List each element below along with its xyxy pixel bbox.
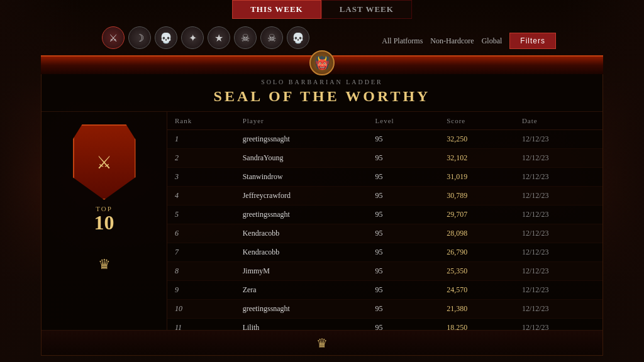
cell-score: 31,019 bbox=[439, 168, 514, 187]
cell-player: JimmyM bbox=[235, 262, 368, 281]
table-row[interactable]: 8 JimmyM 95 25,350 12/12/23 bbox=[167, 262, 602, 281]
leaderboard-table-area[interactable]: Rank Player Level Score Date 1 greetings… bbox=[167, 112, 602, 330]
cell-level: 95 bbox=[368, 206, 440, 224]
cell-date: 12/12/23 bbox=[514, 224, 602, 243]
cell-player: Kendracobb bbox=[235, 243, 368, 262]
cell-date: 12/12/23 bbox=[514, 262, 602, 281]
cell-date: 12/12/23 bbox=[514, 243, 602, 262]
table-row[interactable]: 2 SandraYoung 95 32,102 12/12/23 bbox=[167, 149, 602, 168]
cell-date: 12/12/23 bbox=[514, 206, 602, 224]
cell-player: Stanwindrow bbox=[235, 168, 368, 187]
cell-player: greetingssnaght bbox=[235, 300, 368, 319]
mode-filter-label[interactable]: Non-Hardcore bbox=[430, 36, 474, 46]
table-row[interactable]: 9 Zera 95 24,570 12/12/23 bbox=[167, 281, 602, 300]
cell-level: 95 bbox=[368, 224, 440, 243]
cell-rank: 7 bbox=[167, 243, 235, 262]
bottom-crown-icon: ♛ bbox=[316, 336, 328, 351]
table-row[interactable]: 1 greetingssnaght 95 32,250 12/12/23 bbox=[167, 130, 602, 149]
table-row[interactable]: 6 Kendracobb 95 28,098 12/12/23 bbox=[167, 224, 602, 243]
col-player: Player bbox=[235, 112, 368, 130]
cell-date: 12/12/23 bbox=[514, 319, 602, 331]
cell-score: 24,570 bbox=[439, 281, 514, 300]
cell-score: 32,250 bbox=[439, 130, 514, 149]
cell-date: 12/12/23 bbox=[514, 149, 602, 168]
cell-level: 95 bbox=[368, 319, 440, 331]
cell-rank: 10 bbox=[167, 300, 235, 319]
table-row[interactable]: 4 Jeffreycrawford 95 30,789 12/12/23 bbox=[167, 187, 602, 206]
cell-rank: 9 bbox=[167, 281, 235, 300]
period-tabs: THIS WEEK LAST WEEK bbox=[232, 0, 412, 19]
cell-level: 95 bbox=[368, 243, 440, 262]
cell-date: 12/12/23 bbox=[514, 281, 602, 300]
cell-player: greetingssnaght bbox=[235, 130, 368, 149]
cell-player: Kendracobb bbox=[235, 224, 368, 243]
crown-decoration: ♛ bbox=[98, 256, 111, 273]
bottom-decoration: ♛ bbox=[42, 330, 602, 355]
cell-level: 95 bbox=[368, 168, 440, 187]
tab-this-week[interactable]: THIS WEEK bbox=[232, 0, 321, 19]
decorative-face: 👹 bbox=[309, 50, 335, 75]
cell-date: 12/12/23 bbox=[514, 130, 602, 149]
class-icon-rogue[interactable]: ✦ bbox=[181, 26, 204, 49]
cell-level: 95 bbox=[368, 149, 440, 168]
cell-level: 95 bbox=[368, 130, 440, 149]
cell-rank: 8 bbox=[167, 262, 235, 281]
cell-rank: 2 bbox=[167, 149, 235, 168]
cell-level: 95 bbox=[368, 300, 440, 319]
table-row[interactable]: 3 Stanwindrow 95 31,019 12/12/23 bbox=[167, 168, 602, 187]
cell-level: 95 bbox=[368, 187, 440, 206]
cell-score: 25,350 bbox=[439, 262, 514, 281]
table-row[interactable]: 5 greetingssnaght 95 29,707 12/12/23 bbox=[167, 206, 602, 224]
cell-score: 29,707 bbox=[439, 206, 514, 224]
cell-player: SandraYoung bbox=[235, 149, 368, 168]
cell-score: 32,102 bbox=[439, 149, 514, 168]
cell-score: 18,250 bbox=[439, 319, 514, 331]
badge-container: ⚔ TOP 10 bbox=[57, 124, 152, 244]
cell-rank: 5 bbox=[167, 206, 235, 224]
cell-rank: 11 bbox=[167, 319, 235, 331]
class-icon-skull1[interactable]: ☠ bbox=[234, 26, 257, 49]
class-icon-skull3[interactable]: 💀 bbox=[287, 26, 309, 49]
ladder-subtitle: SOLO BARBARIAN LADDER bbox=[42, 79, 602, 85]
cell-score: 30,789 bbox=[439, 187, 514, 206]
col-level: Level bbox=[368, 112, 440, 130]
platform-filter-label[interactable]: All Platforms bbox=[382, 36, 423, 46]
class-icon-skull2[interactable]: ☠ bbox=[260, 26, 283, 49]
leaderboard-table: Rank Player Level Score Date 1 greetings… bbox=[167, 112, 602, 330]
badge-shield: ⚔ bbox=[73, 124, 136, 200]
col-rank: Rank bbox=[167, 112, 235, 130]
class-icon-sorcerer[interactable]: ★ bbox=[208, 26, 230, 49]
badge-icon: ⚔ bbox=[96, 152, 112, 173]
cell-player: greetingssnaght bbox=[235, 206, 368, 224]
decorative-top-bar: 👹 bbox=[41, 55, 603, 74]
scope-filter-label[interactable]: Global bbox=[482, 36, 502, 46]
cell-score: 26,790 bbox=[439, 243, 514, 262]
cell-rank: 6 bbox=[167, 224, 235, 243]
main-panel: SOLO BARBARIAN LADDER SEAL OF THE WORTHY… bbox=[41, 68, 603, 356]
class-icon-barbarian[interactable]: ⚔ bbox=[102, 26, 125, 49]
cell-date: 12/12/23 bbox=[514, 168, 602, 187]
col-score: Score bbox=[439, 112, 514, 130]
tab-last-week[interactable]: LAST WEEK bbox=[321, 0, 412, 19]
class-icon-druid[interactable]: ☽ bbox=[128, 26, 151, 49]
cell-player: Jeffreycrawford bbox=[235, 187, 368, 206]
cell-score: 28,098 bbox=[439, 224, 514, 243]
col-date: Date bbox=[514, 112, 602, 130]
cell-rank: 4 bbox=[167, 187, 235, 206]
badge-number: 10 bbox=[94, 212, 114, 233]
table-row[interactable]: 10 greetingssnaght 95 21,380 12/12/23 bbox=[167, 300, 602, 319]
table-row[interactable]: 11 Lilith 95 18,250 12/12/23 bbox=[167, 319, 602, 331]
cell-date: 12/12/23 bbox=[514, 300, 602, 319]
cell-date: 12/12/23 bbox=[514, 187, 602, 206]
cell-rank: 1 bbox=[167, 130, 235, 149]
class-icon-row: ⚔ ☽ 💀 ✦ ★ ☠ ☠ 💀 bbox=[102, 26, 309, 49]
filters-button[interactable]: Filters bbox=[509, 33, 556, 49]
class-icon-necromancer[interactable]: 💀 bbox=[155, 26, 177, 49]
filter-area: All Platforms Non-Hardcore Global Filter… bbox=[382, 33, 556, 49]
cell-player: Lilith bbox=[235, 319, 368, 331]
ladder-title: SEAL OF THE WORTHY bbox=[42, 88, 602, 105]
cell-level: 95 bbox=[368, 281, 440, 300]
left-badge-panel: ⚔ TOP 10 ♛ bbox=[42, 112, 167, 330]
table-row[interactable]: 7 Kendracobb 95 26,790 12/12/23 bbox=[167, 243, 602, 262]
content-area: ⚔ TOP 10 ♛ Rank Player Level Score Date bbox=[42, 112, 602, 330]
